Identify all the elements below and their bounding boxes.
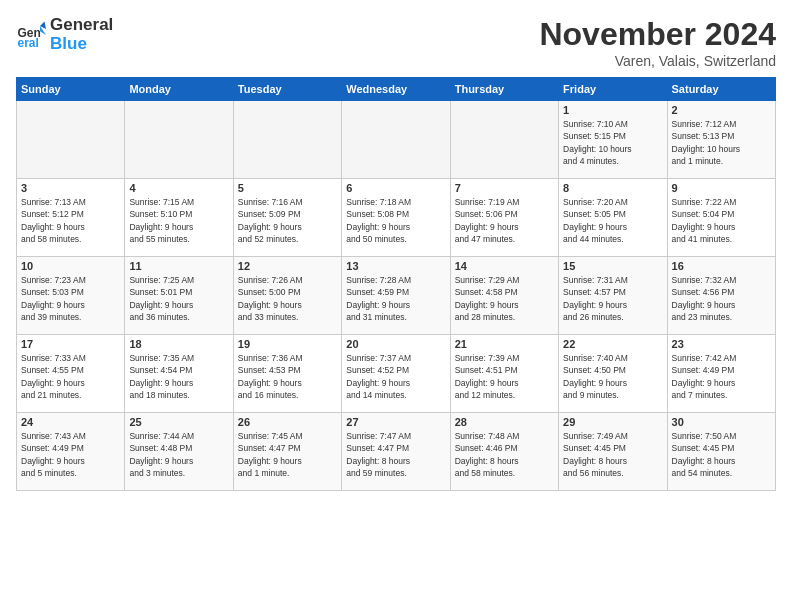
col-header-wednesday: Wednesday <box>342 78 450 101</box>
day-cell: 13Sunrise: 7:28 AM Sunset: 4:59 PM Dayli… <box>342 257 450 335</box>
day-cell: 30Sunrise: 7:50 AM Sunset: 4:45 PM Dayli… <box>667 413 775 491</box>
day-cell: 25Sunrise: 7:44 AM Sunset: 4:48 PM Dayli… <box>125 413 233 491</box>
day-info: Sunrise: 7:36 AM Sunset: 4:53 PM Dayligh… <box>238 352 337 401</box>
day-info: Sunrise: 7:12 AM Sunset: 5:13 PM Dayligh… <box>672 118 771 167</box>
day-cell: 18Sunrise: 7:35 AM Sunset: 4:54 PM Dayli… <box>125 335 233 413</box>
day-number: 10 <box>21 260 120 272</box>
day-cell: 28Sunrise: 7:48 AM Sunset: 4:46 PM Dayli… <box>450 413 558 491</box>
day-cell <box>450 101 558 179</box>
week-row-4: 17Sunrise: 7:33 AM Sunset: 4:55 PM Dayli… <box>17 335 776 413</box>
day-number: 26 <box>238 416 337 428</box>
day-info: Sunrise: 7:26 AM Sunset: 5:00 PM Dayligh… <box>238 274 337 323</box>
day-cell: 23Sunrise: 7:42 AM Sunset: 4:49 PM Dayli… <box>667 335 775 413</box>
page: Gen eral General Blue November 2024 Vare… <box>0 0 792 612</box>
day-cell: 5Sunrise: 7:16 AM Sunset: 5:09 PM Daylig… <box>233 179 341 257</box>
col-header-saturday: Saturday <box>667 78 775 101</box>
day-number: 15 <box>563 260 662 272</box>
day-cell: 1Sunrise: 7:10 AM Sunset: 5:15 PM Daylig… <box>559 101 667 179</box>
day-info: Sunrise: 7:37 AM Sunset: 4:52 PM Dayligh… <box>346 352 445 401</box>
day-cell: 24Sunrise: 7:43 AM Sunset: 4:49 PM Dayli… <box>17 413 125 491</box>
day-info: Sunrise: 7:13 AM Sunset: 5:12 PM Dayligh… <box>21 196 120 245</box>
day-info: Sunrise: 7:25 AM Sunset: 5:01 PM Dayligh… <box>129 274 228 323</box>
day-number: 4 <box>129 182 228 194</box>
col-header-tuesday: Tuesday <box>233 78 341 101</box>
day-info: Sunrise: 7:39 AM Sunset: 4:51 PM Dayligh… <box>455 352 554 401</box>
day-cell: 16Sunrise: 7:32 AM Sunset: 4:56 PM Dayli… <box>667 257 775 335</box>
col-header-sunday: Sunday <box>17 78 125 101</box>
day-number: 22 <box>563 338 662 350</box>
day-info: Sunrise: 7:10 AM Sunset: 5:15 PM Dayligh… <box>563 118 662 167</box>
day-cell: 15Sunrise: 7:31 AM Sunset: 4:57 PM Dayli… <box>559 257 667 335</box>
week-row-1: 1Sunrise: 7:10 AM Sunset: 5:15 PM Daylig… <box>17 101 776 179</box>
day-number: 11 <box>129 260 228 272</box>
day-info: Sunrise: 7:15 AM Sunset: 5:10 PM Dayligh… <box>129 196 228 245</box>
day-cell: 7Sunrise: 7:19 AM Sunset: 5:06 PM Daylig… <box>450 179 558 257</box>
day-info: Sunrise: 7:28 AM Sunset: 4:59 PM Dayligh… <box>346 274 445 323</box>
day-cell: 8Sunrise: 7:20 AM Sunset: 5:05 PM Daylig… <box>559 179 667 257</box>
header: Gen eral General Blue November 2024 Vare… <box>16 16 776 69</box>
day-number: 8 <box>563 182 662 194</box>
day-cell: 21Sunrise: 7:39 AM Sunset: 4:51 PM Dayli… <box>450 335 558 413</box>
day-number: 9 <box>672 182 771 194</box>
month-title: November 2024 <box>539 16 776 53</box>
subtitle: Varen, Valais, Switzerland <box>539 53 776 69</box>
day-cell <box>17 101 125 179</box>
day-cell: 6Sunrise: 7:18 AM Sunset: 5:08 PM Daylig… <box>342 179 450 257</box>
day-cell: 26Sunrise: 7:45 AM Sunset: 4:47 PM Dayli… <box>233 413 341 491</box>
day-cell: 17Sunrise: 7:33 AM Sunset: 4:55 PM Dayli… <box>17 335 125 413</box>
day-cell: 19Sunrise: 7:36 AM Sunset: 4:53 PM Dayli… <box>233 335 341 413</box>
day-cell <box>125 101 233 179</box>
day-info: Sunrise: 7:44 AM Sunset: 4:48 PM Dayligh… <box>129 430 228 479</box>
calendar-table: SundayMondayTuesdayWednesdayThursdayFrid… <box>16 77 776 491</box>
day-cell: 3Sunrise: 7:13 AM Sunset: 5:12 PM Daylig… <box>17 179 125 257</box>
day-cell: 14Sunrise: 7:29 AM Sunset: 4:58 PM Dayli… <box>450 257 558 335</box>
day-info: Sunrise: 7:19 AM Sunset: 5:06 PM Dayligh… <box>455 196 554 245</box>
col-header-thursday: Thursday <box>450 78 558 101</box>
day-number: 21 <box>455 338 554 350</box>
col-header-friday: Friday <box>559 78 667 101</box>
day-cell: 29Sunrise: 7:49 AM Sunset: 4:45 PM Dayli… <box>559 413 667 491</box>
header-row: SundayMondayTuesdayWednesdayThursdayFrid… <box>17 78 776 101</box>
day-number: 7 <box>455 182 554 194</box>
day-number: 16 <box>672 260 771 272</box>
day-number: 13 <box>346 260 445 272</box>
day-info: Sunrise: 7:32 AM Sunset: 4:56 PM Dayligh… <box>672 274 771 323</box>
day-cell <box>233 101 341 179</box>
day-number: 25 <box>129 416 228 428</box>
day-cell: 2Sunrise: 7:12 AM Sunset: 5:13 PM Daylig… <box>667 101 775 179</box>
day-number: 12 <box>238 260 337 272</box>
day-number: 19 <box>238 338 337 350</box>
logo-text: General Blue <box>50 16 113 53</box>
day-info: Sunrise: 7:42 AM Sunset: 4:49 PM Dayligh… <box>672 352 771 401</box>
day-info: Sunrise: 7:33 AM Sunset: 4:55 PM Dayligh… <box>21 352 120 401</box>
logo: Gen eral General Blue <box>16 16 113 53</box>
col-header-monday: Monday <box>125 78 233 101</box>
day-number: 14 <box>455 260 554 272</box>
day-number: 23 <box>672 338 771 350</box>
day-cell: 11Sunrise: 7:25 AM Sunset: 5:01 PM Dayli… <box>125 257 233 335</box>
day-number: 5 <box>238 182 337 194</box>
day-number: 18 <box>129 338 228 350</box>
day-number: 29 <box>563 416 662 428</box>
day-cell: 9Sunrise: 7:22 AM Sunset: 5:04 PM Daylig… <box>667 179 775 257</box>
day-number: 27 <box>346 416 445 428</box>
day-info: Sunrise: 7:47 AM Sunset: 4:47 PM Dayligh… <box>346 430 445 479</box>
day-number: 3 <box>21 182 120 194</box>
day-info: Sunrise: 7:16 AM Sunset: 5:09 PM Dayligh… <box>238 196 337 245</box>
week-row-5: 24Sunrise: 7:43 AM Sunset: 4:49 PM Dayli… <box>17 413 776 491</box>
svg-text:eral: eral <box>18 36 39 50</box>
day-info: Sunrise: 7:20 AM Sunset: 5:05 PM Dayligh… <box>563 196 662 245</box>
day-number: 24 <box>21 416 120 428</box>
day-info: Sunrise: 7:43 AM Sunset: 4:49 PM Dayligh… <box>21 430 120 479</box>
day-info: Sunrise: 7:45 AM Sunset: 4:47 PM Dayligh… <box>238 430 337 479</box>
week-row-2: 3Sunrise: 7:13 AM Sunset: 5:12 PM Daylig… <box>17 179 776 257</box>
day-info: Sunrise: 7:29 AM Sunset: 4:58 PM Dayligh… <box>455 274 554 323</box>
day-number: 2 <box>672 104 771 116</box>
day-info: Sunrise: 7:18 AM Sunset: 5:08 PM Dayligh… <box>346 196 445 245</box>
day-cell: 22Sunrise: 7:40 AM Sunset: 4:50 PM Dayli… <box>559 335 667 413</box>
day-info: Sunrise: 7:40 AM Sunset: 4:50 PM Dayligh… <box>563 352 662 401</box>
day-cell: 20Sunrise: 7:37 AM Sunset: 4:52 PM Dayli… <box>342 335 450 413</box>
day-info: Sunrise: 7:49 AM Sunset: 4:45 PM Dayligh… <box>563 430 662 479</box>
day-number: 17 <box>21 338 120 350</box>
day-cell: 27Sunrise: 7:47 AM Sunset: 4:47 PM Dayli… <box>342 413 450 491</box>
